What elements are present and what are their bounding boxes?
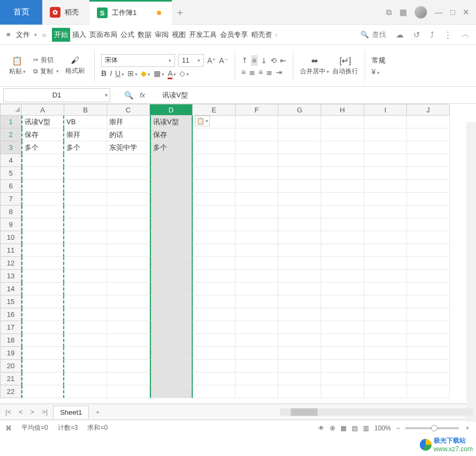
- cell-B9[interactable]: [64, 218, 107, 231]
- cell-G15[interactable]: [278, 295, 321, 308]
- increase-font-icon[interactable]: A⁺: [207, 56, 216, 65]
- cell-D1[interactable]: 讯读V型: [150, 116, 193, 128]
- cell-A16[interactable]: [21, 308, 64, 321]
- cell-G11[interactable]: [278, 244, 321, 257]
- paste-options-button[interactable]: 📋▾: [195, 116, 210, 126]
- cell-G16[interactable]: [278, 308, 321, 321]
- cell-G21[interactable]: [278, 373, 321, 385]
- focus-icon[interactable]: ⊕: [330, 424, 335, 432]
- add-tab-button[interactable]: ＋: [172, 6, 188, 19]
- cell-C10[interactable]: [107, 231, 150, 244]
- cell-H10[interactable]: [321, 231, 364, 244]
- view-normal-icon[interactable]: ▦: [341, 424, 346, 432]
- cell-F21[interactable]: [236, 373, 278, 385]
- vertical-scrollbar[interactable]: [466, 122, 476, 422]
- cell-I17[interactable]: [364, 321, 407, 334]
- cell-I13[interactable]: [364, 270, 407, 283]
- cell-D5[interactable]: [150, 167, 193, 180]
- cell-E10[interactable]: [193, 231, 236, 244]
- cell-C5[interactable]: [107, 167, 150, 180]
- clear-format-button[interactable]: ◇▾: [179, 69, 189, 78]
- row-header[interactable]: 18: [0, 334, 21, 347]
- cell-G22[interactable]: [278, 385, 321, 398]
- cell-B8[interactable]: [64, 206, 107, 218]
- row-header[interactable]: 7: [0, 193, 21, 206]
- ribbon-tab-insert[interactable]: 插入: [71, 28, 87, 42]
- row-header[interactable]: 1: [0, 116, 21, 128]
- cell-E21[interactable]: [193, 373, 236, 385]
- cell-H18[interactable]: [321, 334, 364, 347]
- cell-D2[interactable]: 保存: [150, 128, 193, 141]
- underline-button[interactable]: U▾: [115, 69, 124, 78]
- cell-J18[interactable]: [407, 334, 450, 347]
- cell-I15[interactable]: [364, 295, 407, 308]
- cell-B4[interactable]: [64, 154, 107, 167]
- col-header-H[interactable]: H: [321, 104, 364, 116]
- cell-G18[interactable]: [278, 334, 321, 347]
- cell-E2[interactable]: [193, 128, 236, 141]
- cell-J19[interactable]: [407, 347, 450, 360]
- align-center-icon[interactable]: ≣: [249, 68, 255, 77]
- cell-C14[interactable]: [107, 283, 150, 295]
- merge-center-button[interactable]: ⬌ 合并居中▾: [300, 56, 329, 76]
- decrease-font-icon[interactable]: A⁻: [219, 56, 228, 65]
- cell-A9[interactable]: [21, 218, 64, 231]
- align-left-icon[interactable]: ≡: [241, 68, 246, 77]
- cell-E22[interactable]: [193, 385, 236, 398]
- cut-button[interactable]: ✂剪切: [33, 56, 59, 65]
- ribbon-tab-start[interactable]: 开始: [52, 28, 70, 42]
- cell-G8[interactable]: [278, 206, 321, 218]
- cell-B5[interactable]: [64, 167, 107, 180]
- history-icon[interactable]: ↺: [413, 30, 420, 40]
- cell-H5[interactable]: [321, 167, 364, 180]
- fx-icon[interactable]: fx: [140, 91, 145, 99]
- cell-C3[interactable]: 东莞中学: [107, 141, 150, 154]
- cell-B11[interactable]: [64, 244, 107, 257]
- col-header-C[interactable]: C: [107, 104, 150, 116]
- cell-C16[interactable]: [107, 308, 150, 321]
- cell-J6[interactable]: [407, 180, 450, 193]
- view-page-icon[interactable]: ▤: [352, 424, 358, 432]
- ribbon-tab-data[interactable]: 数据: [137, 28, 153, 42]
- cell-D21[interactable]: [150, 373, 193, 385]
- cell-A11[interactable]: [21, 244, 64, 257]
- cell-I6[interactable]: [364, 180, 407, 193]
- file-menu[interactable]: 文件▾: [16, 30, 37, 40]
- cell-C7[interactable]: [107, 193, 150, 206]
- row-header[interactable]: 16: [0, 308, 21, 321]
- cell-E14[interactable]: [193, 283, 236, 295]
- cell-J22[interactable]: [407, 385, 450, 398]
- cell-J2[interactable]: [407, 128, 450, 141]
- maximize-button[interactable]: □: [450, 7, 455, 17]
- cell-B22[interactable]: [64, 385, 107, 398]
- name-box[interactable]: D1▾: [3, 88, 110, 102]
- font-name-select[interactable]: 宋体▾: [101, 54, 175, 67]
- cell-J12[interactable]: [407, 257, 450, 270]
- cell-D13[interactable]: [150, 270, 193, 283]
- cell-D7[interactable]: [150, 193, 193, 206]
- cell-A22[interactable]: [21, 385, 64, 398]
- font-size-select[interactable]: 11▾: [178, 54, 204, 67]
- cell-F15[interactable]: [236, 295, 278, 308]
- cell-H8[interactable]: [321, 206, 364, 218]
- cell-H13[interactable]: [321, 270, 364, 283]
- formula-input[interactable]: 讯读V型: [162, 90, 188, 100]
- sheet-nav-first[interactable]: |<: [3, 408, 13, 416]
- cell-D8[interactable]: [150, 206, 193, 218]
- cell-J10[interactable]: [407, 231, 450, 244]
- cell-B18[interactable]: [64, 334, 107, 347]
- cell-J16[interactable]: [407, 308, 450, 321]
- orientation-icon[interactable]: ⟲: [270, 56, 277, 65]
- cell-F4[interactable]: [236, 154, 278, 167]
- cell-E9[interactable]: [193, 218, 236, 231]
- row-header[interactable]: 21: [0, 373, 21, 385]
- cell-E13[interactable]: [193, 270, 236, 283]
- cell-G3[interactable]: [278, 141, 321, 154]
- view-break-icon[interactable]: ▥: [363, 424, 369, 432]
- cell-B20[interactable]: [64, 360, 107, 373]
- search-button[interactable]: 🔍查找: [360, 30, 386, 40]
- cloud-sync-icon[interactable]: ☁: [396, 30, 404, 40]
- ribbon-tab-vip[interactable]: 会员专享: [219, 28, 249, 42]
- fill-color-button[interactable]: ◆▾: [141, 69, 150, 78]
- reading-mode-icon[interactable]: ⧉: [386, 7, 392, 17]
